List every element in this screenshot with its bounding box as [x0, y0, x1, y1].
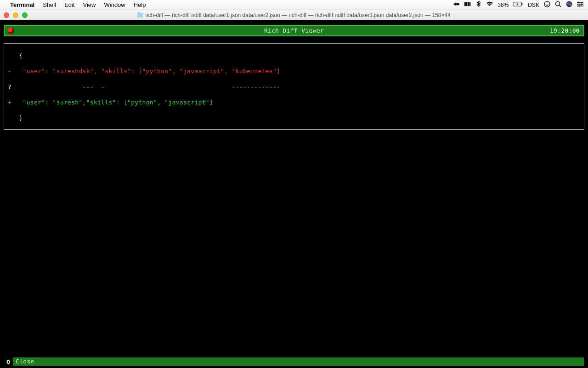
- terminal-window: rich-diff — rich-diff ndiff data/user1.j…: [0, 10, 588, 368]
- menubar-left: Terminal Shell Edit View Window Help: [5, 1, 154, 8]
- wifi-icon[interactable]: [486, 1, 493, 9]
- menu-shell[interactable]: Shell: [43, 1, 56, 8]
- window-titlebar[interactable]: rich-diff — rich-diff ndiff data/user1.j…: [0, 10, 588, 20]
- footer-label[interactable]: Close: [13, 357, 584, 366]
- diff-line-close: }: [8, 110, 580, 126]
- menubar-right: 38% DSK: [453, 1, 583, 9]
- menu-help[interactable]: Help: [134, 1, 146, 8]
- siri-icon[interactable]: [566, 1, 572, 9]
- svg-point-13: [577, 1, 579, 3]
- menu-window[interactable]: Window: [104, 1, 125, 8]
- traffic-lights: [4, 12, 28, 18]
- terminal-body[interactable]: Rich Diff Viewer 19:20:00 { - "user": "s…: [0, 20, 588, 368]
- window-title: rich-diff — rich-diff ndiff data/user1.j…: [0, 12, 588, 18]
- status-circle-icon[interactable]: [544, 1, 550, 9]
- diff-footer: Q Close: [4, 357, 584, 366]
- svg-point-6: [544, 1, 550, 7]
- close-window-button[interactable]: [4, 12, 9, 18]
- svg-rect-3: [469, 2, 471, 6]
- battery-percentage: 38%: [498, 2, 509, 8]
- diff-panel: { - "user": "sureshdsk", "skills": ["pyt…: [4, 43, 584, 130]
- app-name[interactable]: Terminal: [10, 1, 34, 8]
- battery-charging-icon[interactable]: [513, 1, 523, 9]
- input-source[interactable]: DSK: [528, 2, 539, 8]
- svg-rect-0: [464, 2, 466, 6]
- macos-menubar: Terminal Shell Edit View Window Help 38%…: [0, 0, 588, 10]
- svg-rect-5: [522, 3, 523, 5]
- spotlight-icon[interactable]: [555, 1, 561, 9]
- svg-point-7: [556, 2, 560, 6]
- zoom-window-button[interactable]: [22, 12, 28, 18]
- diff-line-hint: ? --- - -------------: [8, 79, 580, 94]
- svg-rect-2: [468, 2, 469, 6]
- bluetooth-icon[interactable]: [475, 1, 482, 9]
- svg-line-8: [560, 6, 561, 7]
- window-title-text: rich-diff — rich-diff ndiff data/user1.j…: [145, 12, 451, 18]
- diff-line-open: {: [8, 47, 580, 63]
- svg-rect-1: [466, 2, 468, 6]
- svg-point-14: [581, 3, 582, 5]
- status-icon-2[interactable]: [464, 1, 471, 9]
- svg-point-15: [578, 5, 580, 6]
- menu-view[interactable]: View: [83, 1, 96, 8]
- diff-header: Rich Diff Viewer 19:20:00: [4, 25, 584, 36]
- status-icon-1[interactable]: [453, 1, 460, 9]
- minimize-window-button[interactable]: [13, 12, 18, 18]
- folder-icon: [137, 13, 143, 17]
- diff-line-added: + "user": "suresh","skills": ["python", …: [8, 94, 580, 110]
- menu-edit[interactable]: Edit: [64, 1, 74, 8]
- footer-hotkey[interactable]: Q: [4, 358, 13, 366]
- diff-line-removed: - "user": "sureshdsk", "skills": ["pytho…: [8, 63, 580, 79]
- control-center-icon[interactable]: [577, 1, 583, 9]
- diff-header-title: Rich Diff Viewer: [5, 27, 583, 34]
